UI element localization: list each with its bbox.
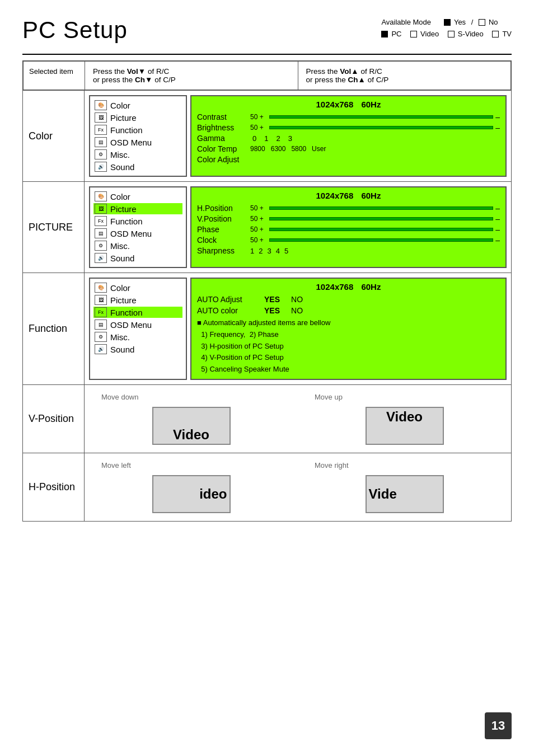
picture-menu-sound: 🔊 Sound bbox=[93, 252, 182, 264]
svideo-mode-label: S-Video bbox=[458, 29, 484, 40]
auto-item-4: 5) Canceling Speaker Mute bbox=[197, 364, 500, 375]
video-box-up: Video bbox=[366, 407, 444, 445]
clock-dash: – bbox=[495, 236, 500, 245]
picture-menu-color-label: Color bbox=[110, 192, 130, 201]
color-menu-color: 🎨 Color bbox=[93, 100, 182, 111]
gamma-3: 3 bbox=[288, 134, 292, 143]
color-resolution: 1024x768 bbox=[316, 100, 354, 109]
color-temp-row: Color Temp 9800 6300 5800 User bbox=[197, 144, 500, 153]
vposition-bar bbox=[269, 217, 493, 220]
ch-up-bold: Ch▲ bbox=[348, 76, 366, 84]
color-menu-misc: ⚙ Misc. bbox=[93, 149, 182, 160]
brightness-label: Brightness bbox=[197, 123, 250, 132]
color-menu-picture: 🖼 Picture bbox=[93, 112, 182, 123]
picture-menu-sound-label: Sound bbox=[110, 253, 134, 263]
picture-menu-misc-label: Misc. bbox=[110, 241, 130, 251]
function-menu-osd-label: OSD Menu bbox=[110, 320, 152, 330]
function-section: Function 🎨 Color 🖼 Picture Fx Function bbox=[23, 273, 511, 384]
p-color-icon: 🎨 bbox=[95, 191, 107, 201]
color-osd-panel: 🎨 Color 🖼 Picture Fx Function ▤ OSD Menu bbox=[89, 95, 187, 177]
header-mid: Press the Vol▼ of R/C or press the Ch▼ o… bbox=[85, 62, 298, 90]
color-temp-label: Color Temp bbox=[197, 144, 250, 153]
picture-menu-function-label: Function bbox=[110, 217, 143, 226]
function-menu-misc: ⚙ Misc. bbox=[93, 331, 182, 342]
brightness-row: Brightness 50 + – bbox=[197, 123, 500, 132]
tv-mode-label: TV bbox=[502, 29, 512, 40]
phase-bar bbox=[269, 228, 493, 231]
tv-checkbox bbox=[492, 31, 499, 37]
available-mode-row1: Available Mode Yes / No bbox=[381, 17, 512, 29]
function-info-area: 1024x768 60Hz AUTO Adjust YES NO AUTO co… bbox=[190, 278, 507, 380]
video-text-right: Vide bbox=[367, 486, 397, 502]
video-text-up: Video bbox=[386, 409, 423, 425]
color-menu-sound: 🔊 Sound bbox=[93, 161, 182, 172]
gamma-label: Gamma bbox=[197, 134, 250, 143]
color-resolution-header: 1024x768 60Hz bbox=[197, 100, 500, 109]
picture-osd-panel: 🎨 Color 🖼 Picture Fx Function ▤ OSD Menu bbox=[89, 186, 187, 268]
vposition-val: 50 + bbox=[250, 215, 267, 223]
p-sound-icon: 🔊 bbox=[95, 253, 107, 263]
available-mode-row2: PC Video S-Video TV bbox=[381, 29, 512, 40]
picture-content: 🎨 Color 🖼 Picture Fx Function ▤ OSD Menu bbox=[85, 182, 511, 273]
gamma-2: 2 bbox=[276, 134, 280, 143]
contrast-bar bbox=[269, 115, 493, 119]
function-menu-misc-label: Misc. bbox=[110, 332, 130, 342]
selected-item-cell: Selected item bbox=[24, 62, 85, 90]
ct-user: User bbox=[312, 145, 326, 153]
ch-down-bold: Ch▼ bbox=[135, 76, 152, 84]
phase-dash: – bbox=[495, 225, 500, 234]
color-menu-color-label: Color bbox=[110, 101, 130, 110]
auto-color-label: AUTO color bbox=[197, 306, 259, 315]
yes-label: Yes bbox=[454, 17, 466, 29]
p-function-icon: Fx bbox=[95, 216, 107, 226]
picture-hz: 60Hz bbox=[361, 191, 381, 200]
vposition-dash: – bbox=[495, 214, 500, 223]
sharpness-values: 1 2 3 4 5 bbox=[250, 247, 288, 255]
no-label: No bbox=[489, 17, 498, 29]
auto-adjust-row: AUTO Adjust YES NO bbox=[197, 295, 500, 304]
color-label: Color bbox=[23, 91, 85, 181]
vposition-section: V-Position Move down Video Move up Video bbox=[23, 384, 511, 453]
function-label: Function bbox=[23, 273, 85, 384]
hposition-row: H.Position 50 + – bbox=[197, 204, 500, 213]
p-osd-icon: ▤ bbox=[95, 228, 107, 238]
brightness-bar bbox=[269, 126, 493, 129]
vol-up-bold: Vol▲ bbox=[340, 67, 358, 76]
sh-2: 2 bbox=[259, 247, 263, 255]
sharpness-label: Sharpness bbox=[197, 246, 250, 255]
function-menu-sound: 🔊 Sound bbox=[93, 344, 182, 355]
no-checkbox-empty bbox=[479, 19, 485, 26]
hposition-section-label: H-Position bbox=[23, 453, 85, 521]
ct-6300: 6300 bbox=[271, 145, 286, 153]
color-section: Color 🎨 Color 🖼 Picture Fx Function bbox=[23, 90, 511, 181]
hposition-content: Move left ideo Move right Vide bbox=[85, 453, 511, 521]
color-menu-sound-label: Sound bbox=[110, 162, 134, 172]
vposition-down-cell: Move down Video bbox=[85, 385, 298, 453]
header-right: Press the Vol▲ of R/C or press the Ch▲ o… bbox=[298, 62, 511, 90]
picture-info-area: 1024x768 60Hz H.Position 50 + – V.Positi… bbox=[190, 186, 507, 268]
vposition-boxes: Move down Video Move up Video bbox=[85, 385, 511, 453]
auto-desc-header: ■ Automatically adjusted items are bello… bbox=[197, 317, 500, 329]
sh-4: 4 bbox=[276, 247, 280, 255]
osd-icon: ▤ bbox=[95, 137, 107, 147]
hposition-val: 50 + bbox=[250, 204, 267, 212]
auto-item-1: 1) Frequency, 2) Phase bbox=[197, 329, 500, 341]
function-menu-function-label: Function bbox=[110, 308, 143, 317]
function-icon: Fx bbox=[95, 125, 107, 135]
color-info-area: 1024x768 60Hz Contrast 50 + – Brightness… bbox=[190, 95, 507, 177]
picture-menu-misc: ⚙ Misc. bbox=[93, 240, 182, 251]
hposition-section: H-Position Move left ideo Move right Vid… bbox=[23, 453, 511, 521]
pc-checkbox-filled bbox=[381, 31, 388, 37]
contrast-row: Contrast 50 + – bbox=[197, 112, 500, 121]
clock-row: Clock 50 + – bbox=[197, 236, 500, 245]
function-menu-osd: ▤ OSD Menu bbox=[93, 319, 182, 330]
move-right-label: Move right bbox=[309, 461, 349, 469]
video-box-down: Video bbox=[152, 407, 231, 445]
brightness-val: 50 + bbox=[250, 124, 267, 132]
brightness-dash: – bbox=[495, 123, 500, 132]
picture-menu-function: Fx Function bbox=[93, 215, 182, 227]
function-osd-content: 🎨 Color 🖼 Picture Fx Function ▤ OSD Menu bbox=[85, 273, 511, 384]
svideo-checkbox bbox=[448, 31, 455, 37]
picture-menu-picture-label: Picture bbox=[110, 204, 137, 214]
page-title: PC Setup bbox=[22, 17, 128, 44]
